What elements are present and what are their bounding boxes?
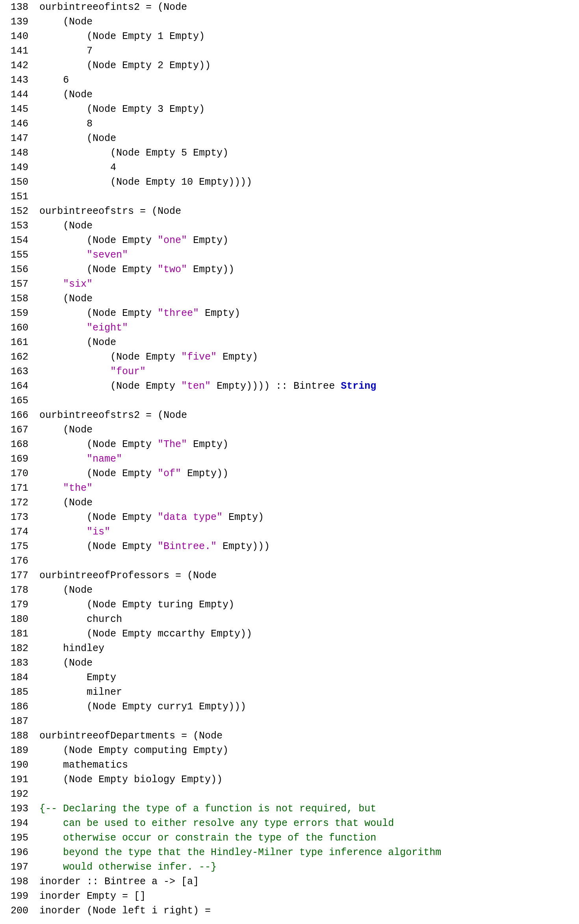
code-segment: "one" — [158, 235, 187, 246]
code-segment: Empty))) — [217, 541, 270, 552]
line-number: 187 — [0, 714, 39, 729]
code-content: "eight" — [39, 321, 579, 335]
line-number: 185 — [0, 685, 39, 699]
code-line: 172 (Node — [0, 495, 579, 510]
code-content: can be used to either resolve any type e… — [39, 816, 579, 831]
code-content: "is" — [39, 525, 579, 539]
code-segment: Empty)))) :: Bintree — [211, 380, 341, 392]
code-segment: (Node — [39, 424, 93, 436]
line-number: 176 — [0, 554, 39, 568]
code-content: "seven" — [39, 248, 579, 262]
code-line: 146 8 — [0, 117, 579, 131]
code-content: Empty — [39, 670, 579, 685]
code-content: ourbintreeofstrs = (Node — [39, 204, 579, 219]
line-number: 174 — [0, 525, 39, 539]
code-segment: (Node Empty — [39, 439, 158, 450]
code-line: 150 (Node Empty 10 Empty)))) — [0, 175, 579, 189]
code-content: (Node Empty mccarthy Empty)) — [39, 627, 579, 641]
code-segment: inorder (Node left i right) = — [39, 905, 211, 917]
code-content: 8 — [39, 117, 579, 131]
code-segment: "the" — [63, 482, 93, 494]
code-line: 147 (Node — [0, 131, 579, 146]
code-content: (Node Empty 2 Empty)) — [39, 58, 579, 73]
code-segment: ourbintreeofDepartments = (Node — [39, 730, 223, 742]
line-number: 145 — [0, 102, 39, 117]
code-segment: {-- Declaring the type of a function is … — [39, 803, 376, 815]
line-number: 193 — [0, 802, 39, 816]
code-content: ourbintreeofDepartments = (Node — [39, 729, 579, 743]
code-segment: Empty) — [217, 351, 258, 363]
code-content: (Node Empty "ten" Empty)))) :: Bintree S… — [39, 379, 579, 393]
code-content: (Node Empty "five" Empty) — [39, 350, 579, 364]
line-number: 159 — [0, 306, 39, 321]
code-segment: ourbintreeofstrs2 = (Node — [39, 410, 187, 421]
code-segment: 7 — [39, 45, 93, 57]
code-segment: (Node — [39, 16, 93, 28]
code-segment: 4 — [39, 162, 116, 173]
code-segment: (Node Empty 1 Empty) — [39, 31, 205, 42]
code-segment: Empty) — [199, 308, 240, 319]
line-number: 155 — [0, 248, 39, 262]
code-content: "four" — [39, 364, 579, 379]
code-content: otherwise occur or constrain the type of… — [39, 831, 579, 845]
code-content — [39, 714, 579, 729]
code-line: 169 "name" — [0, 452, 579, 466]
line-number: 198 — [0, 874, 39, 889]
code-segment: Empty) — [187, 235, 228, 246]
code-content: (Node Empty curry1 Empty))) — [39, 699, 579, 714]
code-segment: (Node Empty — [39, 235, 158, 246]
code-segment: (Node Empty mccarthy Empty)) — [39, 628, 252, 640]
code-segment — [39, 366, 110, 377]
code-segment: (Node Empty — [39, 264, 158, 275]
code-line: 165 — [0, 393, 579, 408]
code-line: 148 (Node Empty 5 Empty) — [0, 146, 579, 160]
code-line: 142 (Node Empty 2 Empty)) — [0, 58, 579, 73]
code-segment: Empty) — [187, 439, 228, 450]
code-content: (Node Empty "The" Empty) — [39, 437, 579, 452]
code-line: 187 — [0, 714, 579, 729]
line-number: 150 — [0, 175, 39, 189]
code-line: 176 — [0, 554, 579, 568]
line-number: 163 — [0, 364, 39, 379]
code-line: 184 Empty — [0, 670, 579, 685]
code-segment: "is" — [87, 526, 110, 538]
line-number: 157 — [0, 277, 39, 291]
line-number: 140 — [0, 29, 39, 44]
code-segment: otherwise occur or constrain the type of… — [39, 832, 376, 844]
line-number: 148 — [0, 146, 39, 160]
code-line: 154 (Node Empty "one" Empty) — [0, 233, 579, 248]
line-number: 182 — [0, 641, 39, 656]
code-line: 162 (Node Empty "five" Empty) — [0, 350, 579, 364]
code-segment: (Node Empty — [39, 380, 181, 392]
line-number: 139 — [0, 15, 39, 29]
code-segment: (Node — [39, 89, 93, 100]
code-line: 141 7 — [0, 44, 579, 58]
code-segment: (Node — [39, 657, 93, 669]
code-content: (Node Empty "data type" Empty) — [39, 510, 579, 525]
code-line: 155 "seven" — [0, 248, 579, 262]
code-line: 159 (Node Empty "three" Empty) — [0, 306, 579, 321]
code-content: "six" — [39, 277, 579, 291]
code-line: 171 "the" — [0, 481, 579, 495]
code-line: 140 (Node Empty 1 Empty) — [0, 29, 579, 44]
line-number: 169 — [0, 452, 39, 466]
code-segment: "four" — [110, 366, 146, 377]
code-content: 7 — [39, 44, 579, 58]
code-segment: milner — [39, 687, 122, 698]
line-number: 181 — [0, 627, 39, 641]
code-line: 149 4 — [0, 160, 579, 175]
line-number: 170 — [0, 466, 39, 481]
code-segment: "data type" — [158, 512, 223, 523]
code-segment: can be used to either resolve any type e… — [39, 818, 394, 829]
code-segment: 6 — [39, 74, 69, 86]
code-line: 188ourbintreeofDepartments = (Node — [0, 729, 579, 743]
code-content: (Node — [39, 219, 579, 233]
code-segment: (Node Empty 5 Empty) — [39, 147, 228, 159]
line-number: 141 — [0, 44, 39, 58]
code-line: 181 (Node Empty mccarthy Empty)) — [0, 627, 579, 641]
code-content — [39, 393, 579, 408]
code-content — [39, 189, 579, 204]
line-number: 160 — [0, 321, 39, 335]
code-listing: 138ourbintreeofints2 = (Node139 (Node140… — [0, 0, 579, 918]
code-content: {-- Declaring the type of a function is … — [39, 802, 579, 816]
